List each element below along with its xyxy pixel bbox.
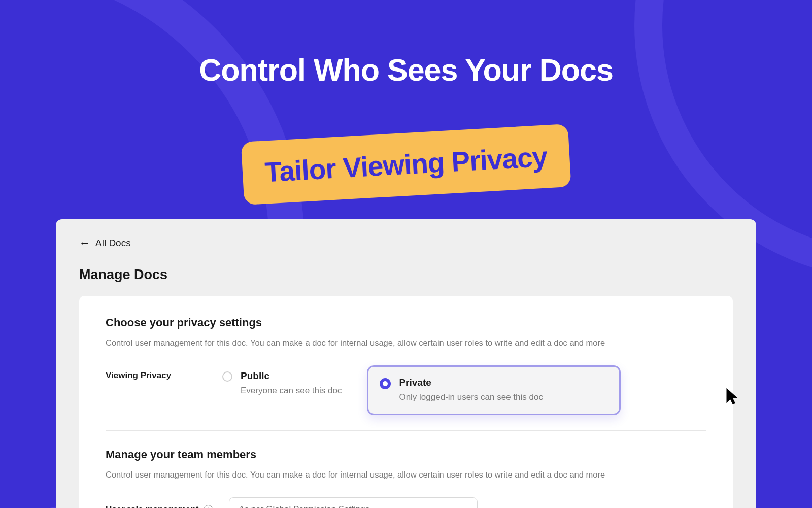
- option-text-group: Private Only logged-in users can see thi…: [399, 377, 543, 402]
- hero-title: Control Who Sees Your Docs: [0, 52, 812, 88]
- hero-badge: Tailor Viewing Privacy: [241, 124, 571, 205]
- privacy-section-desc: Control user management for this doc. Yo…: [106, 336, 706, 349]
- team-section-title: Manage your team members: [106, 448, 706, 461]
- user-role-select[interactable]: As per Global Permission Settings ⌄: [229, 497, 478, 509]
- page-title: Manage Docs: [79, 267, 733, 283]
- viewing-privacy-row: Viewing Privacy Public Everyone can see …: [106, 365, 706, 431]
- option-public-desc: Everyone can see this doc: [241, 386, 342, 396]
- breadcrumb-label: All Docs: [95, 238, 131, 249]
- user-role-row: User role management i As per Global Per…: [106, 497, 706, 509]
- radio-unchecked-icon: [222, 371, 232, 382]
- select-value: As per Global Permission Settings: [239, 504, 369, 509]
- arrow-left-icon: ←: [79, 238, 90, 249]
- settings-panel: ← All Docs Manage Docs Choose your priva…: [56, 219, 756, 508]
- hero-backdrop: Control Who Sees Your Docs Tailor Viewin…: [0, 0, 812, 508]
- user-role-label: User role management: [106, 504, 198, 509]
- chevron-down-icon: ⌄: [462, 505, 468, 508]
- cursor-icon: [725, 387, 740, 410]
- viewing-privacy-label: Viewing Privacy: [106, 365, 222, 381]
- settings-card: Choose your privacy settings Control use…: [79, 296, 733, 508]
- team-section-desc: Control user management for this doc. Yo…: [106, 468, 706, 481]
- option-private-title: Private: [399, 377, 543, 388]
- info-icon[interactable]: i: [204, 505, 213, 509]
- privacy-options: Public Everyone can see this doc Private…: [222, 365, 706, 415]
- breadcrumb-all-docs[interactable]: ← All Docs: [79, 238, 131, 249]
- option-text-group: Public Everyone can see this doc: [241, 370, 342, 396]
- privacy-option-private[interactable]: Private Only logged-in users can see thi…: [367, 365, 621, 415]
- option-public-title: Public: [241, 370, 342, 382]
- radio-checked-icon: [380, 378, 391, 389]
- privacy-option-public[interactable]: Public Everyone can see this doc: [222, 365, 342, 401]
- privacy-section-title: Choose your privacy settings: [106, 316, 706, 329]
- option-private-desc: Only logged-in users can see this doc: [399, 392, 543, 402]
